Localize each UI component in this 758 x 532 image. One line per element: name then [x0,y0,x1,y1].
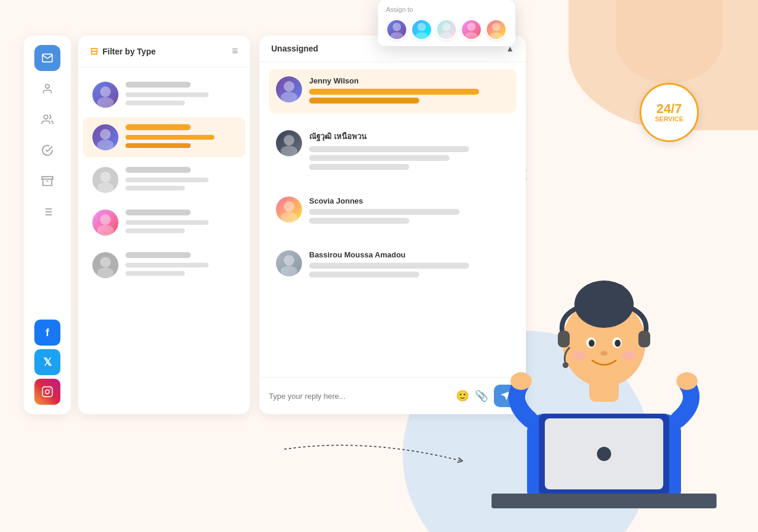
svg-point-35 [46,85,50,89]
contact-name-placeholder [126,252,191,258]
badge-247-text: 24/7 [657,102,682,115]
list-item[interactable] [83,245,245,285]
sidebar-icon-tickets[interactable] [34,137,60,163]
contact-panel-header: ⊟ Filter by Type ≡ [78,36,250,67]
sidebar-icon-team[interactable] [34,107,60,133]
contact-line-2 [126,101,185,105]
svg-point-64 [467,22,476,31]
list-item[interactable] [83,75,245,115]
main-container: f 𝕏 ⊟ Filter by Type ≡ [24,36,526,414]
dotted-arrow-2 [272,431,480,479]
message-bar-3 [309,164,409,170]
message-avatar [276,130,302,156]
assign-avatars-row [386,19,507,40]
emoji-icon[interactable]: 🙂 [456,389,469,402]
chat-input[interactable] [269,392,450,401]
sidebar-icon-reports[interactable] [34,199,60,225]
person-illustration [492,165,717,532]
message-item: Scovia Jonnes [269,189,516,234]
message-content: Scovia Jonnes [309,196,509,227]
sidebar-icon-inbox[interactable] [34,45,60,71]
facebook-button[interactable]: f [34,320,60,346]
assign-avatar-5[interactable] [486,19,507,40]
contact-panel: ⊟ Filter by Type ≡ [78,36,250,414]
bg-decoration-2 [616,0,722,83]
sidebar-social-section: f 𝕏 [34,320,60,405]
contact-name-placeholder [126,82,191,88]
assign-avatar-1[interactable] [386,19,407,40]
chat-messages: Jenny Wilson ณัฐวุฒิ เหนือพวน [259,62,526,377]
contact-line-1 [126,220,208,225]
svg-point-31 [563,362,568,368]
message-bar-2 [309,218,409,224]
list-item[interactable] [83,160,245,200]
contact-line-2 [126,186,185,191]
svg-rect-34 [492,494,717,508]
svg-point-62 [442,22,451,31]
contact-name-placeholder [126,167,191,173]
svg-point-28 [622,351,636,360]
filter-text: Filter by Type [102,47,156,56]
svg-point-17 [597,447,611,461]
assign-to-label: Assign to [386,6,507,13]
sidebar-icon-archive[interactable] [34,168,60,194]
svg-rect-45 [43,387,53,397]
svg-point-58 [393,22,401,31]
message-sender-name: Jenny Wilson [309,76,509,85]
message-sender-name: ณัฐวุฒิ เหนือพวน [309,130,509,143]
svg-point-32 [510,372,532,390]
svg-point-65 [465,32,477,39]
svg-point-66 [492,22,500,31]
chat-input-area: 🙂 📎 [259,377,526,414]
svg-point-70 [284,135,294,146]
contact-line-1 [126,92,208,97]
message-item: Jenny Wilson [269,69,516,114]
svg-point-51 [97,140,114,150]
svg-point-50 [100,129,111,140]
message-bar-1 [309,209,460,215]
twitter-button[interactable]: 𝕏 [34,349,60,375]
message-avatar [276,76,302,102]
message-bar-1 [309,146,469,152]
assign-avatar-2[interactable] [411,19,432,40]
message-item: ณัฐวุฒิ เหนือพวน [269,123,516,180]
list-item[interactable] [83,117,245,157]
service-badge: 24/7 SERVICE [640,83,699,142]
svg-point-59 [390,32,403,39]
instagram-button[interactable] [34,379,60,405]
message-bar-2 [309,98,419,104]
svg-point-69 [281,92,297,102]
message-avatar [276,250,302,276]
avatar [92,252,118,278]
contact-info [126,167,236,191]
message-bar-1 [309,89,479,95]
svg-point-73 [281,212,297,223]
message-content: ณัฐวุฒิ เหนือพวน [309,130,509,173]
assign-avatar-3[interactable] [436,19,457,40]
attachment-icon[interactable]: 📎 [475,389,488,402]
contact-info [126,209,236,233]
sidebar-icon-contacts[interactable] [34,76,60,102]
svg-point-52 [100,172,111,182]
svg-rect-30 [638,331,650,347]
svg-point-67 [490,32,502,39]
svg-point-60 [417,22,426,31]
assign-avatar-4[interactable] [461,19,482,40]
list-item[interactable] [83,202,245,243]
svg-rect-29 [558,331,570,347]
badge-service-text: SERVICE [655,115,683,122]
svg-point-75 [281,266,297,276]
svg-point-54 [100,214,111,225]
message-item: Bassirou Moussa Amadou [269,243,516,288]
svg-point-72 [284,201,294,212]
message-content: Jenny Wilson [309,76,509,107]
svg-point-48 [100,86,111,97]
unassigned-label: Unassigned [271,44,318,53]
svg-point-49 [97,97,114,108]
svg-point-61 [415,32,428,39]
svg-point-27 [572,351,586,360]
message-sender-name: Scovia Jonnes [309,196,509,205]
list-icon[interactable]: ≡ [232,45,238,57]
contact-line-2 [126,228,185,233]
svg-point-74 [284,255,294,266]
